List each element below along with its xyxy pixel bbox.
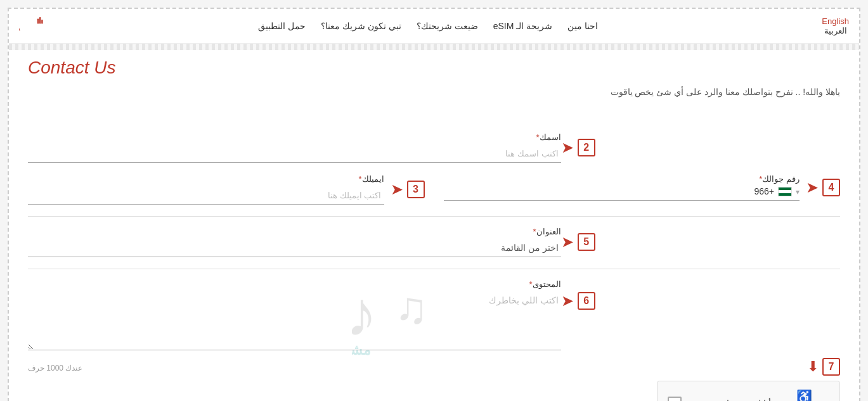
- recaptcha-logo: ♿ reCAPTCHA الخصوصية - الشروط: [779, 389, 829, 401]
- nav-about[interactable]: احنا مين: [567, 21, 598, 31]
- lang-english[interactable]: English: [822, 16, 849, 26]
- svg-rect-1: [37, 18, 39, 23]
- phone-input-group: +966 ▾: [444, 186, 800, 201]
- svg-rect-3: [41, 20, 42, 23]
- name-annotation: 2 ➤: [561, 139, 840, 156]
- phone-label: رقم جوالك*: [444, 174, 800, 184]
- logo[interactable]: ياقوت: [19, 15, 44, 37]
- nav-esim[interactable]: شريحة الـ eSIM: [493, 21, 552, 31]
- subject-field-group: العنوان* اختر من القائمة: [28, 227, 561, 257]
- recaptcha-widget[interactable]: أنا لست برنامج روبوت ♿ reCAPTCHA الخصوصي…: [657, 381, 840, 401]
- page-title: Contact Us: [28, 58, 840, 78]
- svg-text:ياقوت: ياقوت: [19, 24, 20, 32]
- arrow-4: ➤: [806, 179, 819, 196]
- welcome-area: ياهلا والله! .. نفرح بتواصلك معنا والرد …: [9, 84, 859, 120]
- language-selector: English العربية: [822, 16, 849, 35]
- recaptcha-checkbox[interactable]: [668, 397, 682, 402]
- name-row: 2 ➤ اسمك*: [28, 132, 840, 163]
- phone-code: +966: [754, 186, 774, 196]
- char-count: عندك 1000 حرف: [28, 364, 82, 372]
- message-field-group: المحتوى*: [28, 279, 561, 353]
- recaptcha-row: أنا لست برنامج روبوت ♿ reCAPTCHA الخصوصي…: [28, 381, 840, 401]
- arrow-6: ➤: [561, 292, 574, 310]
- annotation-num-5: 5: [578, 233, 595, 251]
- navbar: ياقوت حمل التطبيق تبي تكون شريك معنا؟ ضي…: [9, 9, 859, 44]
- email-section: 3 ➤ ايميلك*: [28, 174, 425, 205]
- annotation-num-4: 4: [822, 179, 840, 196]
- message-label: المحتوى*: [28, 279, 561, 289]
- email-annotation: 3 ➤: [391, 181, 425, 198]
- name-label: اسمك*: [28, 132, 561, 142]
- phone-section: 4 ➤ رقم جوالك* +966 ▾: [444, 174, 841, 201]
- annotation-num-7: 7: [822, 358, 840, 376]
- phone-input[interactable]: [444, 186, 751, 196]
- phone-annotation: 4 ➤: [806, 179, 840, 196]
- recaptcha-label: أنا لست برنامج روبوت: [689, 398, 771, 402]
- contact-form: 2 ➤ اسمك* 4 ➤: [28, 132, 840, 401]
- message-textarea[interactable]: [28, 291, 561, 350]
- name-field-group: اسمك*: [28, 132, 561, 163]
- subject-label: العنوان*: [28, 227, 561, 236]
- subject-annotation: 5 ➤: [561, 233, 840, 251]
- navbar-links: حمل التطبيق تبي تكون شريك معنا؟ ضيعت شري…: [258, 21, 598, 31]
- message-row: 6 ➤ المحتوى*: [28, 279, 840, 353]
- arrow-7: ⬇: [807, 359, 819, 375]
- email-label: ايميلك*: [28, 174, 384, 184]
- nav-lost-sim[interactable]: ضيعت شريحتك؟: [417, 21, 478, 31]
- contact-title-area: Contact Us: [9, 50, 859, 78]
- phone-field-group: رقم جوالك* +966 ▾: [444, 174, 800, 201]
- section-divider-2: [28, 269, 840, 269]
- zigzag-border-top: [9, 44, 859, 50]
- subject-select[interactable]: اختر من القائمة: [28, 239, 561, 257]
- arrow-5: ➤: [561, 233, 574, 251]
- email-input[interactable]: [28, 186, 384, 205]
- svg-rect-2: [39, 17, 41, 23]
- welcome-text: ياهلا والله! .. نفرح بتواصلك معنا والرد …: [28, 87, 840, 97]
- arrow-3: ➤: [391, 181, 403, 198]
- char-count-row: 7 ⬇ عندك 1000 حرف: [28, 358, 840, 381]
- lang-arabic[interactable]: العربية: [824, 26, 847, 35]
- form-area: 2 ➤ اسمك* 4 ➤: [9, 120, 859, 401]
- sa-flag-icon: [778, 187, 792, 196]
- recaptcha-logo-icon: ♿: [796, 389, 812, 401]
- annotation-num-2: 2: [578, 139, 595, 156]
- charcount-annotation: 7 ⬇: [807, 358, 840, 376]
- flag-dropdown[interactable]: ▾: [796, 188, 800, 196]
- section-divider-1: [28, 216, 840, 217]
- arrow-2: ➤: [561, 139, 574, 156]
- email-phone-row: 4 ➤ رقم جوالك* +966 ▾: [28, 174, 840, 205]
- annotation-num-3: 3: [407, 181, 425, 198]
- annotation-num-6: 6: [578, 292, 595, 310]
- name-input[interactable]: [28, 144, 561, 163]
- message-annotation: 6 ➤: [561, 279, 840, 310]
- nav-app[interactable]: حمل التطبيق: [258, 21, 306, 31]
- email-field-group: ايميلك*: [28, 174, 384, 205]
- subject-row: 5 ➤ العنوان* اختر من القائمة: [28, 227, 840, 257]
- nav-partner[interactable]: تبي تكون شريك معنا؟: [321, 21, 401, 31]
